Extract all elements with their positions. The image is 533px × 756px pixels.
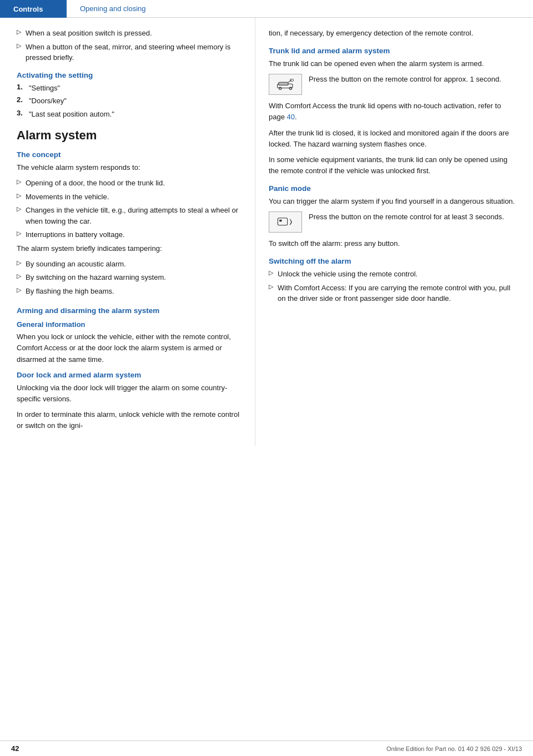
page-number: 42 — [11, 744, 19, 753]
alarm-system-heading: Alarm system — [17, 128, 242, 143]
door-lock-text-1: Unlocking via the door lock will trigger… — [17, 382, 242, 405]
bullet-arrow-icon: ▷ — [17, 178, 21, 185]
trunk-page-link[interactable]: 40 — [287, 113, 295, 121]
step-num-3: 3. — [17, 109, 29, 120]
step-1: 1. "Settings" — [17, 83, 242, 94]
left-column: ▷ When a seat position switch is pressed… — [0, 18, 255, 446]
bullet-arrow-icon: ▷ — [17, 259, 21, 266]
bullet-arrow-icon: ▷ — [17, 192, 21, 199]
trunk-text-3: After the trunk lid is closed, it is loc… — [269, 128, 516, 150]
panic-text-1: You can trigger the alarm system if you … — [269, 196, 516, 207]
page-footer: 42 Online Edition for Part no. 01 40 2 9… — [0, 740, 533, 756]
header-opening-tab: Opening and closing — [67, 0, 533, 18]
step-text-2: "Doors/key" — [29, 95, 67, 107]
svg-point-2 — [279, 87, 281, 89]
concept-bullet-4: ▷ Interruptions in battery voltage. — [17, 229, 242, 240]
tampering-bullet-text-1: By sounding an acoustic alarm. — [26, 259, 126, 270]
panic-icon-text: Press the button on the remote control f… — [309, 211, 516, 223]
page-header: Controls Opening and closing — [0, 0, 533, 18]
intro-bullet-2: ▷ When a button of the seat, mirror, and… — [17, 42, 242, 63]
switching-bullet-2: ▷ With Comfort Access: If you are carryi… — [269, 283, 516, 304]
activating-heading: Activating the setting — [17, 71, 242, 79]
intro-bullet-text-2: When a button of the seat, mirror, and s… — [26, 42, 242, 63]
step-text-3: "Last seat position autom." — [29, 109, 114, 120]
concept-bullet-3: ▷ Changes in the vehicle tilt, e.g., dur… — [17, 205, 242, 226]
door-lock-text-2: In order to terminate this alarm, unlock… — [17, 409, 242, 431]
panic-heading: Panic mode — [269, 184, 516, 193]
arming-heading: Arming and disarming the alarm system — [17, 306, 242, 315]
panic-icon-box: Press the button on the remote control f… — [269, 211, 516, 233]
trunk-text-2-part2: . — [295, 113, 297, 121]
concept-bullet-text-1: Opening of a door, the hood or the trunk… — [26, 178, 165, 189]
main-content: ▷ When a seat position switch is pressed… — [0, 18, 533, 446]
bullet-arrow-icon: ▷ — [17, 273, 21, 280]
panic-remote-icon — [269, 211, 302, 233]
trunk-icon-box: Press the button on the remote control f… — [269, 74, 516, 95]
trunk-text-4: In some vehicle equipment variants, the … — [269, 154, 516, 177]
header-controls-tab: Controls — [0, 0, 67, 18]
general-info-text: When you lock or unlock the vehicle, eit… — [17, 331, 242, 365]
step-num-1: 1. — [17, 83, 29, 94]
switching-bullet-1: ▷ Unlock the vehicle using the remote co… — [269, 269, 516, 280]
concept-bullet-text-4: Interruptions in battery voltage. — [26, 229, 125, 240]
bullet-arrow-icon: ▷ — [17, 286, 21, 294]
bullet-arrow-icon: ▷ — [17, 230, 21, 237]
svg-rect-6 — [279, 220, 281, 222]
edition-text: Online Edition for Part no. 01 40 2 926 … — [386, 745, 522, 752]
tampering-bullet-text-2: By switching on the hazard warning syste… — [26, 272, 166, 283]
step-num-2: 2. — [17, 95, 29, 107]
bullet-arrow-icon: ▷ — [269, 283, 273, 290]
switching-bullet-text-2: With Comfort Access: If you are carrying… — [278, 283, 516, 304]
ignition-continuation: tion, if necessary, by emergency detecti… — [269, 28, 516, 39]
concept-heading: The concept — [17, 150, 242, 159]
bullet-arrow-icon: ▷ — [17, 42, 21, 49]
concept-bullet-text-2: Movements in the vehicle. — [26, 191, 109, 203]
tampering-bullet-1: ▷ By sounding an acoustic alarm. — [17, 259, 242, 270]
svg-point-3 — [289, 87, 291, 89]
step-text-1: "Settings" — [29, 83, 60, 94]
intro-bullet-1: ▷ When a seat position switch is pressed… — [17, 28, 242, 39]
bullet-arrow-icon: ▷ — [17, 205, 21, 213]
bullet-arrow-icon: ▷ — [269, 269, 273, 276]
trunk-heading: Trunk lid and armed alarm system — [269, 47, 516, 55]
bullet-arrow-icon: ▷ — [17, 28, 21, 36]
step-3: 3. "Last seat position autom." — [17, 109, 242, 120]
general-info-heading: General information — [17, 320, 242, 329]
switching-bullet-text-1: Unlock the vehicle using the remote cont… — [278, 269, 418, 280]
door-lock-heading: Door lock and armed alarm system — [17, 371, 242, 379]
intro-bullet-text-1: When a seat position switch is pressed. — [26, 28, 152, 39]
step-2: 2. "Doors/key" — [17, 95, 242, 107]
opening-label: Opening and closing — [80, 4, 146, 13]
panic-text-2: To switch off the alarm: press any butto… — [269, 238, 516, 249]
concept-bullet-text-3: Changes in the vehicle tilt, e.g., durin… — [26, 205, 242, 226]
trunk-text-1: The trunk lid can be opened even when th… — [269, 58, 516, 69]
trunk-icon-text: Press the button on the remote control f… — [309, 74, 516, 85]
tampering-bullet-3: ▷ By flashing the high beams. — [17, 286, 242, 297]
tampering-bullet-2: ▷ By switching on the hazard warning sys… — [17, 272, 242, 283]
tampering-bullet-text-3: By flashing the high beams. — [26, 286, 114, 297]
controls-label: Controls — [13, 5, 43, 13]
right-column: tion, if necessary, by emergency detecti… — [255, 18, 533, 446]
concept-bullet-1: ▷ Opening of a door, the hood or the tru… — [17, 178, 242, 189]
concept-bullet-2: ▷ Movements in the vehicle. — [17, 191, 242, 203]
switching-heading: Switching off the alarm — [269, 257, 516, 265]
trunk-text-2-part1: With Comfort Access the trunk lid opens … — [269, 102, 501, 121]
svg-rect-5 — [278, 218, 287, 225]
tampering-intro: The alarm system briefly indicates tampe… — [17, 243, 242, 254]
trunk-text-2: With Comfort Access the trunk lid opens … — [269, 100, 516, 123]
concept-intro: The vehicle alarm system responds to: — [17, 162, 242, 173]
trunk-remote-icon — [269, 74, 302, 95]
